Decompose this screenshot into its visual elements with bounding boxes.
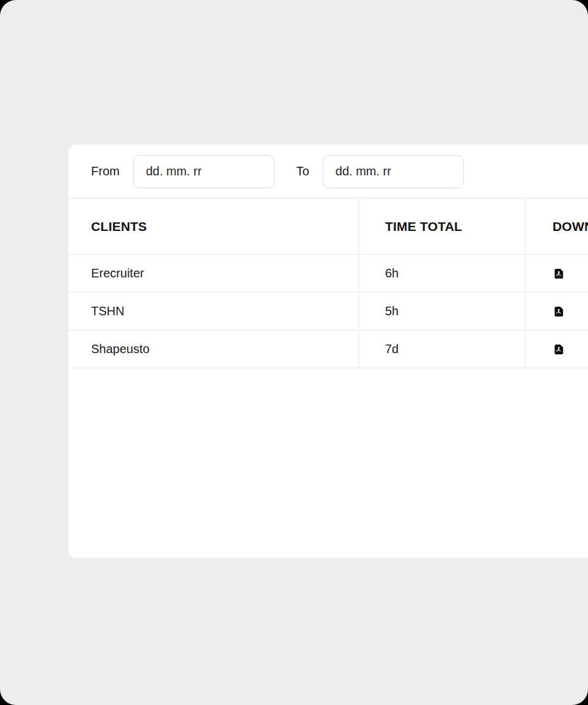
table-row: TSHN 5h xyxy=(68,293,588,331)
download-pdf-button[interactable] xyxy=(553,305,565,318)
time-total-column-header: TIME TOTAL xyxy=(359,199,525,254)
pdf-file-icon xyxy=(553,306,564,317)
download-cell xyxy=(525,293,588,330)
from-label: From xyxy=(91,164,120,178)
client-cell: TSHN xyxy=(68,293,359,330)
pdf-file-icon xyxy=(553,344,564,355)
table-body: Erecruiter 6h TSHN 5h xyxy=(68,255,588,368)
time-total-value: 6h xyxy=(385,266,399,280)
pdf-file-icon xyxy=(553,268,564,279)
download-pdf-button[interactable] xyxy=(553,268,565,280)
time-total-value: 7d xyxy=(385,342,399,356)
table-header-row: CLIENTS TIME TOTAL DOWNLOAD xyxy=(68,199,588,255)
download-pdf-button[interactable] xyxy=(553,343,565,356)
time-report-card: From To CLIENTS TIME TOTAL DOWNLOAD Erec… xyxy=(68,145,588,558)
client-cell: Erecruiter xyxy=(68,255,359,292)
to-date-input[interactable] xyxy=(323,155,464,188)
client-name: Erecruiter xyxy=(91,266,144,280)
clients-column-header: CLIENTS xyxy=(68,199,359,254)
client-cell: Shapeusto xyxy=(68,331,359,368)
app-background: From To CLIENTS TIME TOTAL DOWNLOAD Erec… xyxy=(0,0,588,705)
table-row: Erecruiter 6h xyxy=(68,255,588,293)
download-column-header: DOWNLOAD xyxy=(525,199,588,254)
date-filter-bar: From To xyxy=(68,145,588,199)
time-total-cell: 7d xyxy=(359,331,525,368)
time-total-value: 5h xyxy=(385,304,399,318)
client-name: TSHN xyxy=(91,304,124,318)
time-total-cell: 5h xyxy=(359,293,525,330)
client-name: Shapeusto xyxy=(91,342,150,356)
from-date-input[interactable] xyxy=(133,155,274,188)
time-total-cell: 6h xyxy=(359,255,525,292)
download-cell xyxy=(525,255,588,292)
table-row: Shapeusto 7d xyxy=(68,331,588,368)
download-cell xyxy=(525,331,588,368)
to-label: To xyxy=(296,164,309,178)
